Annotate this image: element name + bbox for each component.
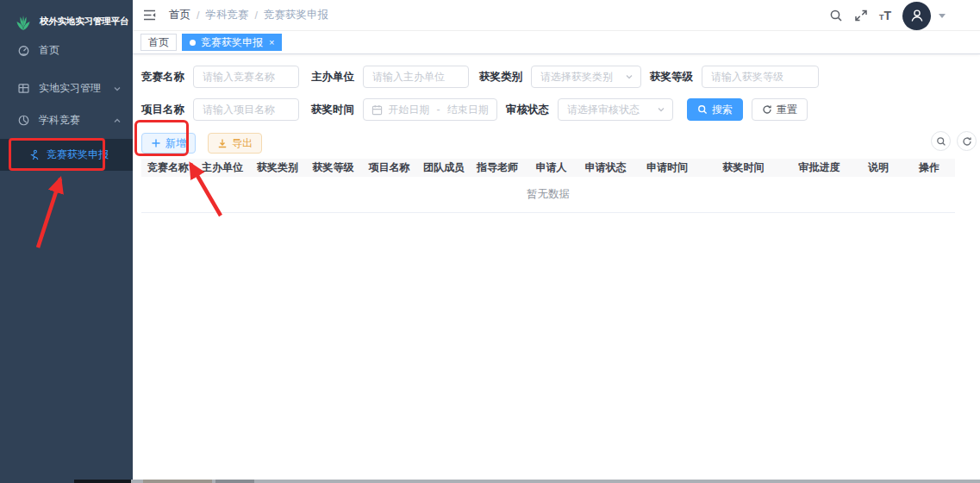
toolbar-row: 新增 导出	[141, 133, 980, 154]
competition-name-label: 竞赛名称	[141, 70, 184, 85]
tab-label: 竞赛获奖申报	[201, 35, 263, 50]
bottom-strip-segment	[74, 480, 131, 483]
download-icon	[217, 138, 228, 148]
chevron-down-icon	[113, 84, 122, 92]
review-status-select[interactable]: 请选择审核状态	[558, 98, 673, 121]
column-header: 主办单位	[195, 160, 250, 175]
tab-competition-award-declare[interactable]: 竞赛获奖申报 ×	[182, 34, 282, 51]
add-button[interactable]: 新增	[141, 133, 196, 154]
fullscreen-icon[interactable]	[854, 9, 868, 22]
dashboard-icon	[17, 44, 30, 57]
refresh-icon	[762, 104, 772, 115]
search-icon	[697, 104, 708, 115]
column-header: 申请状态	[578, 160, 633, 175]
app-title: 校外实地实习管理平台	[40, 16, 128, 28]
competition-icon	[17, 114, 30, 127]
breadcrumb-home[interactable]: 首页	[169, 8, 190, 22]
breadcrumb-separator: /	[197, 9, 199, 22]
column-header: 获奖时间	[702, 160, 785, 175]
breadcrumb-current: 竞赛获奖申报	[264, 8, 328, 22]
bottom-strip-segment	[215, 480, 254, 483]
plant-logo-icon	[13, 12, 34, 31]
sidebar-item-label: 学科竞赛	[39, 113, 80, 128]
application-window: 校外实地实习管理平台 首页 实地实习管理 学科竞赛	[0, 0, 980, 483]
filter-row-1: 竞赛名称 主办单位 获奖类别 请选择获奖类别 获奖等级	[141, 66, 980, 88]
top-navbar: 首页 / 学科竞赛 / 竞赛获奖申报 TT	[133, 0, 980, 31]
calendar-icon	[371, 104, 383, 116]
navbar-actions: TT	[829, 0, 946, 31]
sidebar-item-home[interactable]: 首页	[0, 34, 133, 66]
font-size-icon[interactable]: TT	[879, 9, 891, 22]
search-icon[interactable]	[829, 9, 843, 22]
filter-row-2: 项目名称 获奖时间 开始日期 - 结束日期 审核状态 请选择审核状态 搜索	[141, 98, 980, 121]
column-header: 申请时间	[633, 160, 702, 175]
column-header: 审批进度	[785, 160, 853, 175]
sidebar-item-internship-mgmt[interactable]: 实地实习管理	[0, 72, 133, 104]
bottom-strip-segment	[131, 480, 980, 483]
tab-label: 首页	[148, 35, 169, 50]
bottom-strip-segment	[143, 480, 212, 483]
column-header: 操作	[903, 160, 955, 175]
select-placeholder: 请选择审核状态	[567, 103, 640, 117]
breadcrumb-separator: /	[254, 9, 257, 22]
tab-home[interactable]: 首页	[140, 34, 177, 51]
chevron-up-icon	[113, 116, 122, 124]
breadcrumb-section[interactable]: 学科竞赛	[205, 8, 248, 22]
search-button-label: 搜索	[712, 103, 733, 117]
award-level-label: 获奖等级	[650, 70, 693, 85]
chevron-down-icon	[625, 72, 634, 81]
plus-icon	[151, 138, 161, 148]
project-name-input[interactable]	[193, 98, 299, 121]
export-button[interactable]: 导出	[208, 133, 262, 154]
caret-down-icon[interactable]	[939, 14, 946, 22]
start-date-placeholder: 开始日期	[388, 103, 430, 117]
sidebar-item-subject-competition[interactable]: 学科竞赛	[0, 104, 133, 135]
project-name-label: 项目名称	[141, 103, 184, 117]
export-button-label: 导出	[232, 136, 253, 151]
refresh-table-button[interactable]	[957, 131, 977, 151]
competition-name-input[interactable]	[193, 66, 299, 88]
table-icon	[17, 82, 30, 95]
column-header: 团队成员	[417, 160, 471, 175]
column-header: 指导老师	[471, 160, 524, 175]
column-header: 申请人	[524, 160, 578, 175]
reset-button[interactable]: 重置	[752, 98, 808, 121]
organizer-label: 主办单位	[311, 70, 354, 85]
sidebar-item-label: 实地实习管理	[39, 81, 101, 96]
select-placeholder: 请选择获奖类别	[540, 70, 613, 85]
award-person-icon	[28, 149, 40, 160]
column-header: 竞赛名称	[141, 160, 195, 175]
sidebar-item-competition-award-declare[interactable]: 竞赛获奖申报	[0, 139, 133, 171]
column-header: 获奖等级	[305, 160, 361, 175]
sidebar-toggle-icon[interactable]	[142, 8, 157, 22]
column-header: 获奖类别	[250, 160, 305, 175]
close-icon[interactable]: ×	[269, 38, 274, 47]
main-content: 竞赛名称 主办单位 获奖类别 请选择获奖类别 获奖等级 项目名称 获奖时间 开始…	[133, 54, 980, 483]
award-time-daterange[interactable]: 开始日期 - 结束日期	[363, 98, 497, 121]
column-header: 说明	[853, 160, 903, 175]
empty-text: 暂无数据	[527, 187, 570, 202]
sidebar: 校外实地实习管理平台 首页 实地实习管理 学科竞赛	[0, 0, 133, 483]
end-date-placeholder: 结束日期	[447, 103, 490, 117]
organizer-input[interactable]	[363, 66, 469, 88]
award-time-label: 获奖时间	[311, 103, 354, 117]
search-button[interactable]: 搜索	[687, 98, 743, 121]
tags-view-bar: 首页 竞赛获奖申报 ×	[133, 31, 980, 54]
chevron-down-icon	[657, 105, 665, 114]
avatar[interactable]	[902, 2, 931, 30]
toggle-search-button[interactable]	[931, 131, 951, 151]
table-empty-row: 暂无数据	[141, 177, 955, 213]
reset-button-label: 重置	[777, 103, 797, 117]
table-header-row: 竞赛名称 主办单位 获奖类别 获奖等级 项目名称 团队成员 指导老师 申请人 申…	[141, 159, 955, 177]
award-category-label: 获奖类别	[479, 70, 522, 85]
active-dot-icon	[190, 40, 196, 46]
breadcrumb: 首页 / 学科竞赛 / 竞赛获奖申报	[169, 8, 328, 22]
award-level-input[interactable]	[702, 66, 819, 88]
add-button-label: 新增	[165, 136, 186, 151]
award-category-select[interactable]: 请选择获奖类别	[531, 66, 641, 88]
column-header: 项目名称	[361, 160, 417, 175]
sidebar-item-label: 首页	[39, 43, 59, 58]
daterange-separator: -	[430, 104, 447, 116]
table-toolbar	[931, 131, 977, 151]
sidebar-item-label: 竞赛获奖申报	[47, 147, 109, 162]
